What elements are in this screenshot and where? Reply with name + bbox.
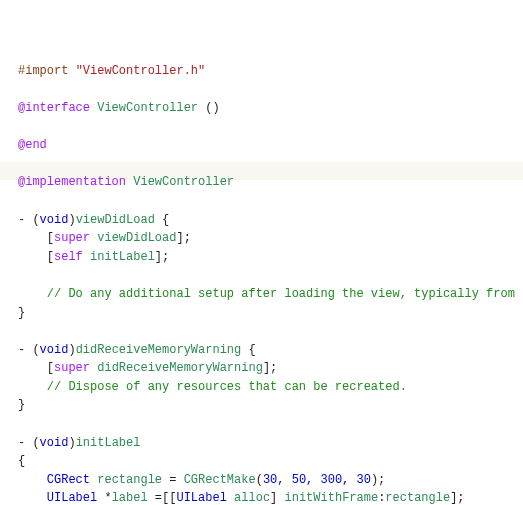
method-initLabel: initLabel [76,436,141,450]
msg-initLabel: initLabel [90,250,155,264]
var-rectangle: rectangle [97,473,162,487]
msg-didReceiveMemoryWarning: didReceiveMemoryWarning [97,361,263,375]
ret-void3: void [40,436,69,450]
preproc-import: #import [18,64,68,78]
kw-implementation: @implementation [18,175,126,189]
kw-end: @end [18,138,47,152]
dash2: - [18,343,25,357]
msg-initWithFrame: initWithFrame [285,491,379,505]
kw-super2: super [54,361,90,375]
var-label: label [112,491,148,505]
rect-args: 30, 50, 300, 30 [263,473,371,487]
class-name: ViewController [97,101,198,115]
arg-rectangle: rectangle [385,491,450,505]
kw-interface: @interface [18,101,90,115]
code-content: #import "ViewController.h" @interface Vi… [18,43,523,505]
msg-alloc: alloc [234,491,270,505]
kw-self: self [54,250,83,264]
type-UILabel2: UILabel [176,491,226,505]
comment-dispose: // Dispose of any resources that can be … [47,380,407,394]
msg-viewDidLoad: viewDidLoad [97,231,176,245]
fn-CGRectMake: CGRectMake [184,473,256,487]
method-didReceiveMemoryWarning: didReceiveMemoryWarning [76,343,242,357]
comment-setup: // Do any additional setup after loading… [47,287,515,301]
import-header: "ViewController.h" [76,64,206,78]
class-name-impl: ViewController [133,175,234,189]
parens: () [205,101,219,115]
type-CGRect: CGRect [47,473,90,487]
ret-void: void [40,213,69,227]
method-viewDidLoad: viewDidLoad [76,213,155,227]
ret-void2: void [40,343,69,357]
dash: - [18,213,25,227]
dash3: - [18,436,25,450]
code-editor[interactable]: #import "ViewController.h" @interface Vi… [0,0,523,505]
kw-super: super [54,231,90,245]
type-UILabel: UILabel [47,491,97,505]
